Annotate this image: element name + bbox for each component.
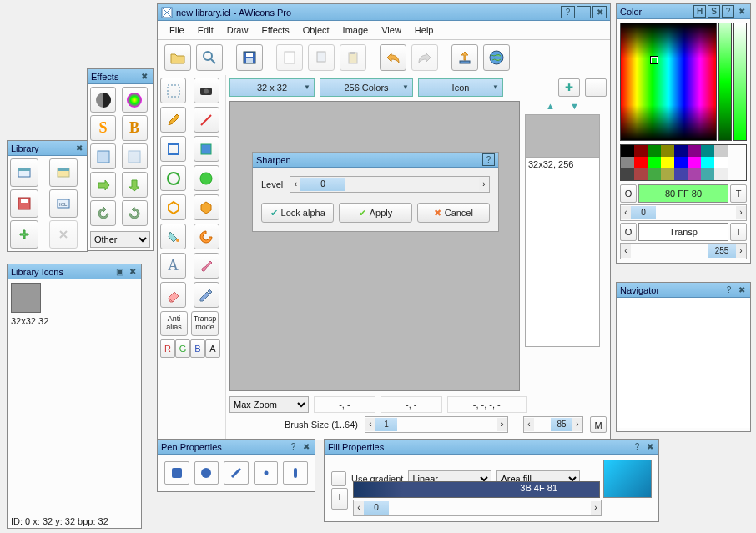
effect-arrow-right[interactable] [90,172,116,198]
help-icon[interactable]: ? [288,441,299,452]
tool-eraser[interactable] [160,282,186,308]
tool-replace-color[interactable] [194,224,219,249]
channel-r[interactable]: R [160,339,175,358]
t-button[interactable]: T [730,184,747,203]
pen-bar[interactable] [283,461,308,485]
menu-object[interactable]: Object [298,23,335,37]
close-icon[interactable]: ✖ [300,441,311,452]
fill-value-spinner[interactable]: ‹0› [353,500,602,516]
paste-button[interactable] [340,44,366,71]
tool-fill[interactable] [160,224,186,249]
collapse-icon[interactable]: ▣ [114,266,125,277]
close-icon[interactable]: ✖ [73,143,84,153]
transp-mode-button[interactable]: Transp mode [191,311,219,336]
h-button[interactable]: H [693,5,706,18]
frame-up-icon[interactable]: ▲ [546,101,555,111]
gradient-checkbox[interactable] [331,471,346,486]
navigator-view[interactable] [617,298,750,428]
help-button[interactable]: ? [561,6,575,18]
level-spinner[interactable]: ‹0› [290,176,490,193]
close-icon[interactable]: ✖ [736,6,747,17]
add-frame-button[interactable]: ✚ [558,78,580,97]
close-icon[interactable]: ✖ [139,71,149,82]
library-save-button[interactable] [10,189,38,218]
colors-dropdown[interactable]: 256 Colors [320,78,413,97]
tool-pencil[interactable] [160,107,186,133]
frame-down-icon[interactable]: ▼ [570,101,579,111]
channel-b[interactable]: B [190,339,205,358]
remove-frame-button[interactable]: — [585,78,607,97]
channel-g[interactable]: G [175,339,190,358]
pen-square[interactable] [164,461,189,485]
pen-circle[interactable] [194,461,219,485]
menu-file[interactable]: File [164,23,189,37]
menu-edit[interactable]: Edit [193,23,219,37]
effects-dropdown[interactable]: Other [90,231,150,248]
copy-button[interactable] [308,44,335,71]
menu-image[interactable]: Image [338,23,374,37]
close-icon[interactable]: ✖ [127,266,138,277]
brush-size-spinner[interactable]: ‹1› [365,416,508,433]
tool-line[interactable] [194,107,219,133]
m-button[interactable]: M [590,416,607,433]
effect-grayscale[interactable] [90,87,116,113]
menu-effects[interactable]: Effects [256,23,294,37]
library-new-button[interactable] [10,158,38,187]
library-icl-button[interactable]: ICL [49,189,78,218]
tool-circle-outline[interactable] [160,165,186,191]
color-value-spinner[interactable]: ‹0› [620,204,747,221]
saturation-slider[interactable] [733,23,747,141]
apply-button[interactable]: ✔Apply [339,203,411,223]
o-button-2[interactable]: O [620,223,637,241]
channel-a[interactable]: A [205,339,220,358]
i-button[interactable]: I [331,488,348,510]
help-icon[interactable]: ? [723,284,734,295]
effect-b[interactable]: B [122,115,148,141]
o-button[interactable]: O [620,184,637,203]
minimize-button[interactable]: — [577,6,591,18]
upload-button[interactable] [451,44,478,71]
tool-brush[interactable] [194,253,219,279]
close-icon[interactable]: ✖ [644,441,655,452]
effect-sharpen[interactable] [90,143,116,169]
help-icon[interactable]: ? [632,441,643,452]
tool-text[interactable]: A [160,253,186,279]
menu-help[interactable]: Help [410,23,439,37]
new-button[interactable] [276,44,303,71]
alpha-spinner[interactable]: ‹255› [620,243,747,259]
canvas[interactable]: Sharpen? Level ‹0› ✔Lock alpha ✔Apply ✖C… [229,101,520,391]
effect-hue[interactable] [122,87,148,113]
dialog-help-icon[interactable]: ? [482,153,495,166]
save-button[interactable] [236,44,263,71]
lightness-slider[interactable] [718,23,732,141]
menu-view[interactable]: View [376,23,406,37]
zoom-dropdown[interactable]: Max Zoom [229,396,309,413]
effect-s[interactable]: S [90,115,116,141]
close-icon[interactable]: ✖ [736,284,747,295]
web-button[interactable] [483,44,510,71]
effect-rotate-ccw[interactable] [90,200,116,226]
effect-arrow-down[interactable] [122,172,148,198]
close-button[interactable]: ✖ [592,6,607,18]
type-dropdown[interactable]: Icon [418,78,503,97]
palette-grid[interactable] [620,144,747,181]
color-field[interactable] [620,23,717,141]
redo-button[interactable] [411,44,438,71]
t-button-2[interactable]: T [730,223,747,241]
antialias-button[interactable]: Anti alias [160,311,188,336]
tool-select[interactable] [160,78,186,103]
pen-slash[interactable] [224,461,249,485]
library-icon-thumb[interactable] [11,283,41,313]
tool-screenshot[interactable] [194,78,219,103]
tool-rect-filled[interactable] [194,136,219,162]
open-button[interactable] [164,44,191,71]
effect-rotate-cw[interactable] [122,200,148,226]
size-dropdown[interactable]: 32 x 32 [229,78,315,97]
library-add-button[interactable] [10,220,38,249]
tool-rect-outline[interactable] [160,136,186,162]
gradient-bar[interactable]: 3B 4F 81 [353,481,600,498]
tool-polygon-filled[interactable] [194,194,219,220]
effect-blur[interactable] [122,143,148,169]
library-open-button[interactable] [49,158,78,187]
pen-dot[interactable] [254,461,279,485]
